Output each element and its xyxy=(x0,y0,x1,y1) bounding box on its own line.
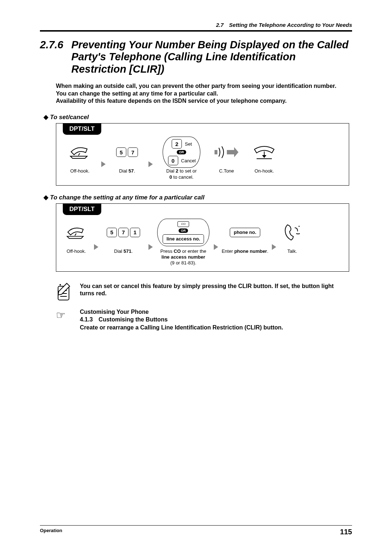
intro-line-2: You can change the setting at any time f… xyxy=(56,90,352,97)
arrow-icon xyxy=(214,244,218,250)
key-7: 7 xyxy=(118,228,128,237)
section-heading: 2.7.6 Preventing Your Number Being Displ… xyxy=(40,39,352,75)
arrow-icon xyxy=(148,161,153,167)
notepad-icon xyxy=(56,283,73,303)
intro-line-3: Availability of this feature depends on … xyxy=(56,97,352,105)
label-set: Set xyxy=(185,141,192,147)
step-co-caption: Press CO or enter the line access number… xyxy=(160,248,206,266)
step-onhook-caption: On-hook. xyxy=(254,168,274,174)
offhook-icon xyxy=(66,219,87,246)
label-cancel: Cancel xyxy=(181,158,196,163)
key-5: 5 xyxy=(107,228,117,237)
option-group: 2Set OR 0Cancel xyxy=(163,137,200,168)
section-title: Preventing Your Number Being Displayed o… xyxy=(72,39,352,75)
reference-text: Customising Your Phone 4.1.3 Customising… xyxy=(80,308,283,332)
subhead-change-per-call: To change the setting at any time for a … xyxy=(44,194,352,201)
key-1: 1 xyxy=(130,228,140,237)
ctone-caption: C.Tone xyxy=(219,168,234,174)
or-pill: OR xyxy=(177,150,186,154)
header-rule xyxy=(40,30,352,32)
svg-rect-0 xyxy=(215,150,217,154)
or-pill: OR xyxy=(179,228,188,233)
key-5: 5 xyxy=(116,147,126,157)
phone-type-tab: DPT/SLT xyxy=(63,123,101,135)
step-phoneno-caption: Enter phone number. xyxy=(222,248,269,254)
phone-no-key: phone no. xyxy=(230,228,260,237)
footer-left: Operation xyxy=(40,528,62,536)
step-offhook-caption: Off-hook. xyxy=(70,168,89,174)
step-offhook-caption: Off-hook. xyxy=(66,248,86,254)
key-2: 2 xyxy=(172,139,182,149)
procedure-box-1: DPT/SLT Off-hook. 5 7 Dial 57. xyxy=(56,123,349,186)
option-group-co: OR line access no. xyxy=(157,219,210,246)
subhead-set-cancel: To set/cancel xyxy=(44,113,352,121)
page-footer: Operation 115 xyxy=(40,525,352,536)
page-number: 115 xyxy=(340,528,352,536)
step-set-cancel-caption: Dial 2 to set or 0 to cancel. xyxy=(166,168,197,180)
arrow-icon xyxy=(101,161,106,167)
onhook-icon xyxy=(252,139,276,165)
reference-block: ☞ Customising Your Phone 4.1.3 Customisi… xyxy=(56,308,349,332)
note-block: You can set or cancel this feature by si… xyxy=(56,283,349,303)
key-0: 0 xyxy=(168,156,178,165)
talk-icon xyxy=(282,219,302,246)
svg-point-6 xyxy=(60,284,61,285)
arrow-icon xyxy=(272,244,276,250)
intro-line-1: When making an outside call, you can pre… xyxy=(56,82,352,90)
line-access-key: line access no. xyxy=(163,234,204,244)
ctone-icon xyxy=(214,139,239,165)
phone-type-tab: DPT/SLT xyxy=(63,203,101,215)
svg-point-1 xyxy=(299,226,300,227)
step-dial57-caption: Dial 57. xyxy=(119,168,135,174)
section-number: 2.7.6 xyxy=(40,39,64,75)
arrow-icon xyxy=(94,244,98,250)
running-header: 2.7 Setting the Telephone According to Y… xyxy=(40,22,352,28)
pointing-hand-icon: ☞ xyxy=(56,308,73,332)
co-button-icon xyxy=(177,221,189,227)
procedure-box-2: DPT/SLT Off-hook. 5 7 1 Dial 571. xyxy=(56,203,349,272)
arrow-icon xyxy=(148,244,153,250)
step-dial571-caption: Dial 571. xyxy=(114,248,132,254)
note-text: You can set or cancel this feature by si… xyxy=(80,283,349,303)
step-talk-caption: Talk. xyxy=(287,248,297,254)
intro-paragraph: When making an outside call, you can pre… xyxy=(56,82,352,105)
footer-rule xyxy=(40,525,352,526)
key-7: 7 xyxy=(128,147,138,157)
offhook-icon xyxy=(69,139,91,165)
